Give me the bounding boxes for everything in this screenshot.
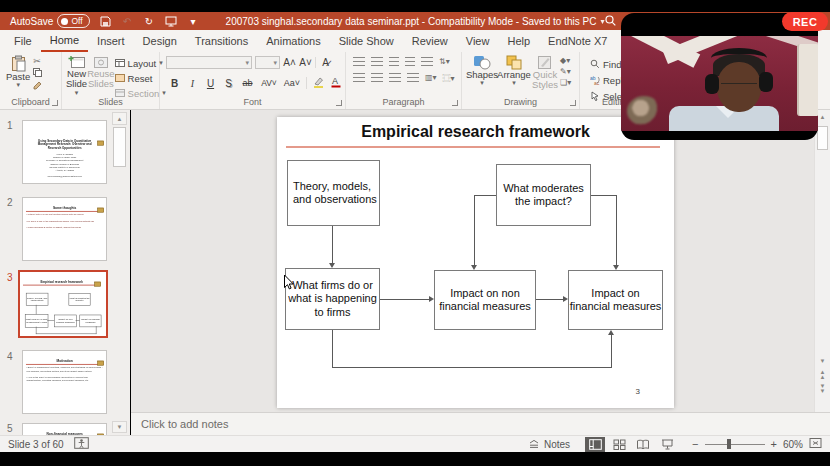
smartart-icon[interactable]: ⿴▾ [443, 72, 455, 83]
bold-button[interactable]: B [168, 78, 181, 89]
tab-design[interactable]: Design [134, 30, 186, 52]
grow-font-button[interactable]: A˄ [283, 57, 296, 68]
tab-help[interactable]: Help [498, 30, 539, 52]
thumbnail-scroll-down-button[interactable]: ▼ [112, 421, 127, 433]
font-name-combo[interactable]: ▾ [166, 56, 252, 69]
webcam-overlay[interactable] [621, 13, 818, 140]
increase-indent-icon[interactable] [405, 57, 415, 66]
decrease-indent-icon[interactable] [389, 57, 399, 66]
slide-sorter-view-button[interactable] [609, 437, 629, 452]
thumbnail-slide-2[interactable]: Some thoughts • Without data you are jus… [22, 197, 107, 261]
clear-formatting-button[interactable]: A̷ [315, 57, 332, 68]
shape-fill-icon[interactable]: ◆▾ [560, 56, 571, 65]
notes-pane[interactable]: Click to add notes [131, 412, 830, 435]
slide-title[interactable]: Empirical research framework [277, 123, 674, 141]
shapes-button[interactable]: Shapes ▾ [466, 55, 498, 91]
previous-slide-button[interactable]: ▲▲ [816, 370, 829, 380]
tab-file[interactable]: File [5, 30, 41, 52]
shape-moderates-box[interactable]: What moderates the impact? [496, 164, 591, 226]
drawing-dialog-launcher[interactable] [570, 100, 576, 106]
tab-home[interactable]: Home [41, 30, 88, 52]
shape-effects-icon[interactable]: ❏▾ [560, 78, 571, 87]
undo-icon[interactable]: ↶ [121, 15, 134, 28]
zoom-out-button[interactable]: − [692, 438, 698, 450]
tab-transitions[interactable]: Transitions [186, 30, 257, 52]
arrange-button[interactable]: Arrange ▾ [498, 55, 530, 91]
tab-review[interactable]: Review [403, 30, 457, 52]
change-case-button[interactable]: Aa˅ [283, 78, 301, 88]
shape-financial-box[interactable]: Impact on financial measures [568, 270, 663, 330]
present-icon[interactable] [165, 15, 178, 28]
notes-icon [528, 439, 540, 449]
connector-line [591, 195, 617, 196]
thumbnail-scrollbar-thumb[interactable] [113, 127, 126, 167]
search-icon[interactable] [604, 14, 617, 29]
window [797, 44, 818, 116]
accessibility-icon[interactable] [74, 437, 89, 451]
strikethrough-button[interactable]: ab [240, 78, 255, 88]
reading-view-button[interactable] [633, 437, 653, 452]
tab-endnote[interactable]: EndNote X7 [539, 30, 616, 52]
text-shadow-button[interactable]: S [222, 78, 235, 89]
character-spacing-button[interactable]: AV˅ [260, 78, 278, 88]
new-slide-button[interactable]: New Slide ▾ [66, 55, 87, 100]
paste-button[interactable]: Paste ▾ [6, 55, 30, 92]
scrollbar-thumb[interactable] [817, 126, 828, 150]
tab-view[interactable]: View [457, 30, 499, 52]
text-direction-icon[interactable]: ⇅▾ [439, 57, 450, 66]
group-font: ▾ ▾ A˄ A˅ A̷ B I U S ab AV˅ Aa˅ A Font [160, 52, 346, 109]
columns-icon[interactable]: ▥▾ [425, 73, 437, 82]
align-center-icon[interactable] [371, 73, 383, 82]
thumbnail-slide-4[interactable]: Motivation • Effect of management practi… [22, 350, 107, 414]
format-painter-icon[interactable] [33, 81, 42, 92]
thumbnail-slide-1[interactable]: Using Secondary Data in Quantitative Man… [22, 120, 107, 184]
copy-icon[interactable] [33, 68, 42, 79]
save-icon[interactable] [99, 15, 112, 28]
shrink-font-button[interactable]: A˅ [299, 57, 312, 68]
italic-button[interactable]: I [186, 78, 199, 89]
font-dialog-launcher[interactable] [336, 100, 342, 106]
shape-nonfinancial-box[interactable]: Impact on non financial measures [434, 270, 536, 330]
justify-icon[interactable] [407, 73, 419, 82]
fit-to-window-icon[interactable] [809, 437, 822, 451]
font-size-combo[interactable]: ▾ [255, 56, 280, 69]
headphones-band [711, 48, 767, 68]
layout-button[interactable]: Layout▾ [115, 56, 166, 70]
autosave-toggle[interactable]: AutoSave Off [10, 14, 90, 28]
zoom-in-button[interactable]: + [771, 438, 777, 450]
zoom-slider[interactable] [705, 444, 765, 445]
thumbnail-scroll-up-button[interactable]: ▲ [112, 112, 127, 125]
line-spacing-icon[interactable] [421, 57, 433, 66]
slide-canvas[interactable]: Empirical research framework Theory, mod… [277, 117, 674, 408]
numbering-icon[interactable] [371, 57, 383, 66]
rec-badge[interactable]: REC [782, 12, 828, 31]
tab-slide-show[interactable]: Slide Show [330, 30, 403, 52]
quick-styles-button[interactable]: Quick Styles [530, 55, 560, 91]
customize-qat-icon[interactable]: ▾ [187, 15, 200, 28]
normal-view-button[interactable] [585, 437, 605, 452]
shape-theory-box[interactable]: Theory, models, and observations [287, 160, 380, 226]
bullets-icon[interactable] [353, 57, 365, 66]
paragraph-dialog-launcher[interactable] [452, 100, 458, 106]
highlight-button[interactable] [312, 74, 325, 92]
next-slide-button[interactable]: ▼▼ [816, 384, 829, 394]
zoom-slider-thumb[interactable] [727, 439, 731, 449]
align-left-icon[interactable] [353, 73, 365, 82]
redo-icon[interactable]: ↻ [143, 15, 156, 28]
cut-icon[interactable]: ✂ [33, 56, 42, 66]
scroll-down-icon[interactable]: ▼ [816, 356, 829, 366]
tab-animations[interactable]: Animations [257, 30, 329, 52]
underline-button[interactable]: U [204, 78, 217, 89]
clipboard-dialog-launcher[interactable] [52, 100, 58, 106]
font-color-button[interactable]: A [330, 74, 342, 92]
notes-toggle-button[interactable]: Notes [528, 439, 570, 450]
shape-outline-icon[interactable]: ✎▾ [560, 67, 571, 76]
tab-insert[interactable]: Insert [88, 30, 134, 52]
shape-firms-box[interactable]: What firms do or what is happening to fi… [285, 268, 380, 330]
align-right-icon[interactable] [389, 73, 401, 82]
thumbnail-slide-5[interactable]: Non-financial measures • Inventory turns [22, 423, 107, 435]
thumbnail-slide-3-selected[interactable]: Empirical research framework Theory, mod… [18, 270, 108, 338]
reuse-slides-button[interactable]: Reuse Slides [87, 55, 114, 100]
reset-button[interactable]: Reset [115, 71, 166, 85]
slide-show-button[interactable] [657, 437, 677, 452]
